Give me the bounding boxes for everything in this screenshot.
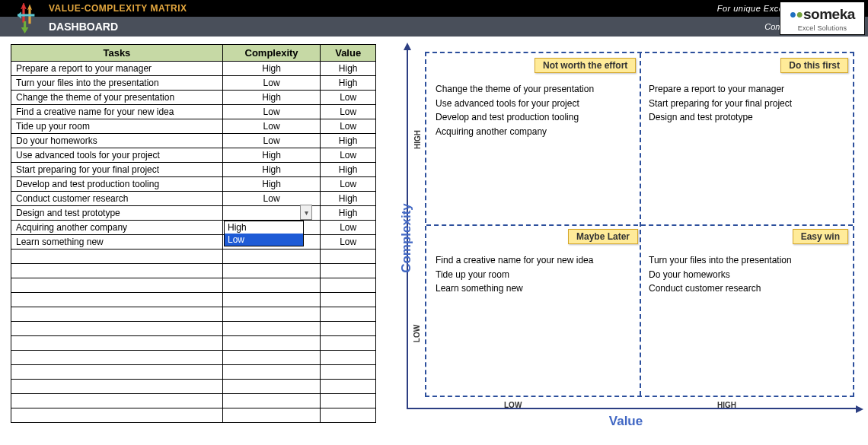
- value-cell[interactable]: [321, 250, 376, 264]
- value-cell[interactable]: Low: [321, 105, 376, 119]
- table-row[interactable]: [11, 293, 376, 307]
- value-cell[interactable]: High: [321, 163, 376, 177]
- task-cell[interactable]: Do your homeworks: [11, 134, 223, 148]
- task-cell[interactable]: [11, 322, 223, 336]
- value-cell[interactable]: [321, 264, 376, 278]
- complexity-cell[interactable]: Low: [222, 105, 321, 119]
- table-row[interactable]: [11, 307, 376, 322]
- dropdown-arrow-icon[interactable]: ▾: [300, 205, 312, 220]
- table-row[interactable]: [11, 264, 376, 278]
- task-cell[interactable]: [11, 264, 223, 278]
- table-row[interactable]: [11, 322, 376, 336]
- table-row[interactable]: Design and test prototypeHigh: [11, 206, 376, 221]
- value-cell[interactable]: Low: [321, 221, 376, 235]
- table-row[interactable]: [11, 380, 376, 394]
- table-row[interactable]: Do your homeworksLowHigh: [11, 134, 376, 148]
- task-cell[interactable]: Acquiring another company: [11, 221, 223, 235]
- task-cell[interactable]: [11, 408, 223, 423]
- value-cell[interactable]: [321, 351, 376, 365]
- task-cell[interactable]: Use advanced tools for your project: [11, 148, 223, 163]
- value-cell[interactable]: High: [321, 192, 376, 206]
- task-cell[interactable]: [11, 293, 223, 307]
- value-cell[interactable]: [321, 307, 376, 322]
- value-cell[interactable]: [321, 380, 376, 394]
- table-row[interactable]: [11, 394, 376, 408]
- task-cell[interactable]: [11, 394, 223, 408]
- task-cell[interactable]: [11, 365, 223, 380]
- value-cell[interactable]: [321, 408, 376, 423]
- table-row[interactable]: Tide up your roomLowLow: [11, 119, 376, 134]
- table-row[interactable]: Learn something newLowLow: [11, 235, 376, 250]
- complexity-cell[interactable]: High: [222, 177, 321, 192]
- dropdown-list[interactable]: High Low: [224, 221, 304, 246]
- table-row[interactable]: [11, 250, 376, 264]
- value-cell[interactable]: Low: [321, 119, 376, 134]
- complexity-cell[interactable]: [222, 322, 321, 336]
- brand-logo[interactable]: •• someka Excel Solutions: [780, 2, 865, 35]
- value-cell[interactable]: [321, 365, 376, 380]
- complexity-cell[interactable]: Low: [222, 76, 321, 91]
- complexity-cell[interactable]: [222, 264, 321, 278]
- task-cell[interactable]: [11, 307, 223, 322]
- task-cell[interactable]: Start preparing for your final project: [11, 163, 223, 177]
- task-cell[interactable]: [11, 278, 223, 293]
- complexity-cell[interactable]: Low: [222, 134, 321, 148]
- value-cell[interactable]: [321, 293, 376, 307]
- complexity-cell[interactable]: [222, 336, 321, 351]
- value-cell[interactable]: Low: [321, 91, 376, 105]
- complexity-cell[interactable]: Low: [222, 119, 321, 134]
- task-cell[interactable]: Find a creative name for your new idea: [11, 105, 223, 119]
- value-cell[interactable]: [321, 322, 376, 336]
- task-cell[interactable]: Conduct customer research: [11, 192, 223, 206]
- table-row[interactable]: Start preparing for your final projectHi…: [11, 163, 376, 177]
- value-cell[interactable]: [321, 278, 376, 293]
- task-cell[interactable]: Develop and test production tooling: [11, 177, 223, 192]
- complexity-cell[interactable]: Low: [222, 192, 321, 206]
- complexity-cell[interactable]: [222, 365, 321, 380]
- table-row[interactable]: Change the theme of your presentationHig…: [11, 91, 376, 105]
- task-cell[interactable]: Prepare a report to your manager: [11, 62, 223, 76]
- value-cell[interactable]: [321, 394, 376, 408]
- table-row[interactable]: Turn your files into the presentationLow…: [11, 76, 376, 91]
- complexity-cell[interactable]: [222, 351, 321, 365]
- complexity-cell[interactable]: High: [222, 91, 321, 105]
- task-cell[interactable]: [11, 250, 223, 264]
- complexity-cell[interactable]: [222, 250, 321, 264]
- dropdown-option-low[interactable]: Low: [225, 234, 303, 246]
- value-cell[interactable]: Low: [321, 148, 376, 163]
- complexity-cell[interactable]: High: [222, 148, 321, 163]
- complexity-cell[interactable]: High: [222, 163, 321, 177]
- value-cell[interactable]: [321, 336, 376, 351]
- table-row[interactable]: Find a creative name for your new ideaLo…: [11, 105, 376, 119]
- complexity-cell[interactable]: [222, 278, 321, 293]
- table-row[interactable]: [11, 351, 376, 365]
- dropdown-option-high[interactable]: High: [225, 221, 303, 234]
- table-row[interactable]: Use advanced tools for your projectHighL…: [11, 148, 376, 163]
- task-cell[interactable]: Turn your files into the presentation: [11, 76, 223, 91]
- value-cell[interactable]: Low: [321, 177, 376, 192]
- complexity-cell[interactable]: [222, 380, 321, 394]
- task-cell[interactable]: [11, 336, 223, 351]
- table-row[interactable]: [11, 408, 376, 423]
- value-cell[interactable]: High: [321, 206, 376, 221]
- complexity-cell[interactable]: [222, 293, 321, 307]
- task-cell[interactable]: Design and test prototype: [11, 206, 223, 221]
- complexity-cell[interactable]: High: [222, 62, 321, 76]
- value-cell[interactable]: Low: [321, 235, 376, 250]
- task-cell[interactable]: [11, 351, 223, 365]
- value-cell[interactable]: High: [321, 134, 376, 148]
- complexity-cell[interactable]: [222, 408, 321, 423]
- table-row[interactable]: [11, 278, 376, 293]
- task-cell[interactable]: Change the theme of your presentation: [11, 91, 223, 105]
- complexity-cell[interactable]: [222, 307, 321, 322]
- task-cell[interactable]: Tide up your room: [11, 119, 223, 134]
- value-cell[interactable]: High: [321, 76, 376, 91]
- task-cell[interactable]: Learn something new: [11, 235, 223, 250]
- table-row[interactable]: Prepare a report to your managerHighHigh: [11, 62, 376, 76]
- table-row[interactable]: [11, 336, 376, 351]
- table-row[interactable]: Conduct customer researchLowHigh: [11, 192, 376, 206]
- table-row[interactable]: Develop and test production toolingHighL…: [11, 177, 376, 192]
- table-row[interactable]: Acquiring another companyHighLow: [11, 221, 376, 235]
- complexity-cell[interactable]: [222, 394, 321, 408]
- task-cell[interactable]: [11, 380, 223, 394]
